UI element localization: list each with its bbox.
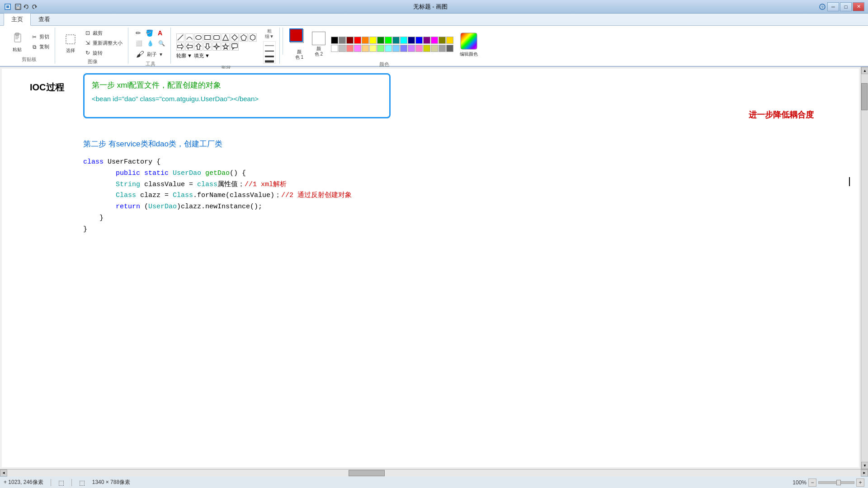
color-lightpink[interactable] [415,45,423,52]
xml-bean-text: <bean id="dao" class="com.atguigu.UserDa… [92,95,382,103]
thickness-selector[interactable] [263,41,276,64]
color-white[interactable] [331,45,338,52]
color-lightmagenta[interactable] [354,45,361,52]
color-magenta[interactable] [431,37,438,44]
color-gold[interactable] [446,37,453,44]
scroll-up-button[interactable]: ▲ [861,67,868,74]
brush-dropdown-icon[interactable]: ▼ [159,52,163,57]
color-purple[interactable] [423,37,430,44]
rect-round-shape[interactable] [212,33,221,42]
scroll-thumb-v[interactable] [861,83,868,110]
star4-shape[interactable] [212,42,221,51]
color-khaki[interactable] [431,45,438,52]
scroll-track-h[interactable] [7,469,861,477]
color-yellow[interactable] [369,37,377,44]
magnify-button[interactable]: 🔍 [156,39,167,47]
undo-icon[interactable] [23,3,30,10]
copy-button[interactable]: ⧉ 复制 [29,42,51,52]
color-lightyellow[interactable] [369,45,377,52]
redo-icon[interactable] [31,3,38,10]
color-red[interactable] [354,37,361,44]
zoom-in-button[interactable]: + [856,479,864,487]
color-lightgreen[interactable] [377,45,384,52]
left-arrow-shape[interactable] [185,42,193,51]
help-icon[interactable]: ? [819,4,826,10]
line-shape[interactable] [176,33,184,42]
paste-button[interactable]: 粘贴 [7,29,27,55]
color-darkgray[interactable] [446,45,453,52]
close-button[interactable]: ✕ [853,2,864,11]
zoom-slider[interactable] [818,481,854,484]
svg-rect-15 [66,35,75,44]
curve-shape[interactable] [185,33,193,42]
color-lightblue[interactable] [392,45,400,52]
magnify-icon: 🔍 [158,40,165,47]
color-lightpurple[interactable] [400,45,407,52]
scroll-down-button[interactable]: ▼ [861,462,868,469]
hexagon-shape[interactable] [249,33,257,42]
color-teal[interactable] [392,37,400,44]
crop-button[interactable]: ⊡ 裁剪 [82,28,124,38]
triangle-shape[interactable] [222,33,230,42]
fill-control[interactable]: 填充 ▼ [194,52,210,59]
down-arrow-shape[interactable] [203,42,212,51]
tab-view[interactable]: 查看 [31,13,58,25]
color1-box[interactable] [289,28,303,42]
picker-button[interactable]: 💧 [145,39,156,47]
zoom-thumb[interactable] [836,480,841,485]
color-black[interactable] [331,37,338,44]
text-button[interactable]: A [156,28,164,38]
color-green[interactable] [377,37,384,44]
scrollbar-vertical[interactable]: ▲ ▼ [861,67,868,469]
svg-marker-24 [178,44,183,49]
color-cyan[interactable] [400,37,407,44]
fill-button[interactable]: 🪣 [144,28,155,38]
right-arrow-shape[interactable] [176,42,184,51]
color-lighterviolet[interactable] [408,45,415,52]
cut-button[interactable]: ✂ 剪切 [29,33,51,42]
color2-display[interactable] [312,32,326,45]
color-silver[interactable] [339,45,346,52]
svg-rect-2 [6,5,9,8]
brush-button[interactable]: 🖌 刷子 ▼ [134,49,167,60]
resize-button[interactable]: ⇲ 重新调整大小 [82,38,124,47]
rotate-button[interactable]: ↻ 旋转 [82,48,124,57]
pentagon-shape[interactable] [240,33,248,42]
outline-control[interactable]: 轮廓 ▼ [176,52,192,59]
save-icon[interactable] [14,3,22,10]
scroll-track-v[interactable] [861,74,868,462]
scrollbar-horizontal[interactable]: ◄ ► [0,469,868,476]
callout-shape[interactable] [231,42,239,51]
up-arrow-shape[interactable] [194,42,203,51]
color-gray[interactable] [339,37,346,44]
color-lime[interactable] [385,37,392,44]
canvas[interactable]: IOC过程 第一步 xml配置文件，配置创建的对象 <bean id="dao"… [2,69,859,467]
edit-colors-button[interactable]: 编辑颜色 [460,51,478,57]
color-lightred[interactable] [346,45,354,52]
scroll-thumb-h[interactable] [349,470,385,476]
pencil-button[interactable]: ✏ [134,28,143,38]
color-lightcyan[interactable] [385,45,392,52]
color-navy[interactable] [408,37,415,44]
color-blue[interactable] [415,37,423,44]
tab-main[interactable]: 主页 [4,13,31,26]
oval-shape[interactable] [194,33,203,42]
fill-dropdown[interactable]: ▼ [205,53,210,58]
maximize-button[interactable]: □ [840,2,852,11]
star5-shape[interactable] [222,42,230,51]
color-orange[interactable] [362,37,369,44]
scroll-right-button[interactable]: ► [861,469,868,477]
scroll-left-button[interactable]: ◄ [0,469,7,477]
color-olive[interactable] [439,37,446,44]
zoom-out-button[interactable]: − [808,479,816,487]
rect-shape[interactable] [203,33,212,42]
color-medgray[interactable] [439,45,446,52]
diamond-shape[interactable] [231,33,239,42]
minimize-button[interactable]: ─ [827,2,839,11]
color-maroon[interactable] [346,37,354,44]
eraser-button[interactable]: ⬜ [134,39,144,47]
outline-dropdown[interactable]: ▼ [187,53,192,58]
color-darkyellow[interactable] [423,45,430,52]
select-button[interactable]: 选择 [61,30,80,56]
color-lightorange[interactable] [362,45,369,52]
